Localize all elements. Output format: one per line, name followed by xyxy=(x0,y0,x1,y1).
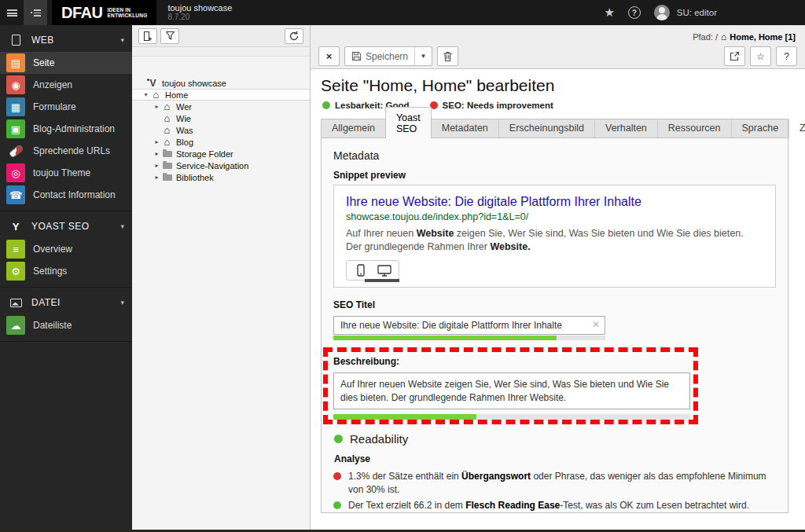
desktop-preview-button[interactable] xyxy=(377,263,392,277)
folder-icon xyxy=(161,161,173,171)
tree-item-bibliothek[interactable]: ▸Bibliothek xyxy=(132,171,310,183)
sidebar: WEB▾▤Seite◉Anzeigen▦Formulare▣Blog-Admin… xyxy=(0,25,132,530)
tree-item-blog[interactable]: ▸⌂Blog xyxy=(132,136,310,148)
tab-zugriff[interactable]: Zugriff xyxy=(789,119,805,138)
seo-status-badge: SEO: Needs improvement xyxy=(430,101,553,110)
close-button[interactable]: × xyxy=(318,46,340,66)
help-icon[interactable]: ? xyxy=(628,6,641,19)
view-page-button[interactable] xyxy=(724,46,745,66)
analysis-text: Der Text erzielt 66.2 in dem Flesch Read… xyxy=(348,499,749,512)
seo-title-label: SEO Titel xyxy=(333,299,776,310)
username[interactable]: SU: editor xyxy=(677,8,717,17)
tree-expander-icon[interactable]: ▾ xyxy=(142,91,150,98)
sidebar-section-label: DATEI xyxy=(31,297,61,308)
bookmark-button[interactable]: ☆ xyxy=(750,46,771,66)
menu-toggle-button[interactable] xyxy=(0,0,24,25)
snippet-title[interactable]: Ihre neue Website: Die digitale Plattfor… xyxy=(346,194,763,210)
tree-item-wer[interactable]: ▸⌂Wer xyxy=(132,101,310,112)
sidebar-item-formulare[interactable]: ▦Formulare xyxy=(0,96,132,118)
brand-logo[interactable]: DFAU IDEEN INENTWICKLUNG xyxy=(52,0,156,25)
yoast-seo-panel: Metadata Snippet preview Ihre neue Websi… xyxy=(321,138,788,513)
clear-input-icon[interactable]: ✕ xyxy=(592,319,600,330)
sidebar-section-web[interactable]: WEB▾ xyxy=(0,28,132,52)
sidebar-item-label: Dateiliste xyxy=(33,320,72,331)
mobile-preview-button[interactable] xyxy=(353,263,369,277)
typo3-logo-icon: V xyxy=(147,78,159,89)
tree-item-toujou-showcase[interactable]: Vtoujou showcase xyxy=(132,77,310,89)
path-value: Home, Home [1] xyxy=(730,32,796,42)
chevron-down-icon: ▾ xyxy=(120,299,124,306)
filter-button[interactable] xyxy=(160,28,179,44)
main-content: Pfad: / ⌂ Home, Home [1] × Speichern ▼ ☆ xyxy=(311,25,805,530)
sidebar-item-anzeigen[interactable]: ◉Anzeigen xyxy=(0,74,132,96)
sidebar-item-dateiliste[interactable]: ☁Dateiliste xyxy=(0,314,132,336)
delete-button[interactable] xyxy=(437,46,458,66)
folder-icon xyxy=(161,149,173,159)
sidebar-item-label: Contact Information xyxy=(33,189,116,200)
new-page-button[interactable] xyxy=(138,28,157,44)
sidebar-section-yoast-seo[interactable]: YYOAST SEO▾ xyxy=(0,215,132,238)
contact-information-module-icon: ☎ xyxy=(6,185,25,204)
tree-item-label: Bibliothek xyxy=(176,173,214,182)
path-label: Pfad: / xyxy=(693,32,718,42)
tree-expander-icon[interactable]: ▸ xyxy=(153,162,161,169)
tab-yoast-seo[interactable]: Yoast SEO xyxy=(385,107,432,138)
save-dropdown-button[interactable]: ▼ xyxy=(414,47,432,65)
tree-item-was[interactable]: ⌂Was xyxy=(132,124,310,136)
tree-expander-icon[interactable]: ▸ xyxy=(153,174,161,181)
tab-verhalten[interactable]: Verhalten xyxy=(595,119,658,138)
analysis-item: 1.3% der Sätze enthält ein Übergangswort… xyxy=(333,470,776,497)
home-icon: ⌂ xyxy=(721,31,726,42)
description-label: Beschreibung: xyxy=(333,356,695,367)
pagetree-toolbar xyxy=(132,25,310,47)
bookmark-star-icon[interactable]: ★ xyxy=(604,6,614,20)
sidebar-item-toujou-theme[interactable]: ◎toujou Theme xyxy=(0,162,132,184)
sidebar-item-blog-administration[interactable]: ▣Blog-Administration xyxy=(0,118,132,140)
sidebar-item-settings[interactable]: ⚙Settings xyxy=(0,260,132,282)
tree-item-home[interactable]: ▾⌂Home xyxy=(132,89,310,101)
save-button[interactable]: Speichern xyxy=(345,51,414,62)
save-label: Speichern xyxy=(366,51,408,62)
tab-sprache[interactable]: Sprache xyxy=(732,119,790,138)
sidebar-item-contact-information[interactable]: ☎Contact Information xyxy=(0,184,132,206)
readability-section-header: Readability xyxy=(334,432,776,446)
new-page-icon xyxy=(142,31,153,42)
sidebar-item-seite[interactable]: ▤Seite xyxy=(0,52,132,74)
tab-allgemein[interactable]: Allgemein xyxy=(322,119,386,138)
seo-title-input[interactable] xyxy=(333,316,605,335)
brand-name: DFAU xyxy=(61,4,102,22)
sidebar-item-label: Anzeigen xyxy=(33,79,72,90)
page-home-icon: ⌂ xyxy=(161,138,173,147)
folder-icon xyxy=(161,173,173,182)
sidebar-item-label: Overview xyxy=(33,244,72,255)
avatar[interactable] xyxy=(654,5,670,20)
tree-expander-icon[interactable]: ▸ xyxy=(153,150,161,157)
page-home-icon: ⌂ xyxy=(150,90,162,100)
pagetree-filter-strip xyxy=(132,47,310,57)
tree-expander-icon[interactable]: ▸ xyxy=(153,103,161,110)
pagetree-toggle-button[interactable] xyxy=(24,0,47,25)
tab-ressourcen[interactable]: Ressourcen xyxy=(658,119,732,138)
refresh-button[interactable] xyxy=(285,28,303,44)
anzeigen-module-icon: ◉ xyxy=(6,75,25,94)
tree-item-wie[interactable]: ⌂Wie xyxy=(132,112,310,124)
sidebar-item-overview[interactable]: ≡Overview xyxy=(0,238,132,260)
hamburger-icon xyxy=(7,9,17,17)
help-button[interactable]: ? xyxy=(776,46,797,66)
tree-item-label: toujou showcase xyxy=(162,79,226,88)
tab-erscheinungsbild[interactable]: Erscheinungsbild xyxy=(499,119,595,138)
tree-expander-icon[interactable]: ▸ xyxy=(153,138,161,145)
device-switcher xyxy=(346,260,399,281)
description-textarea[interactable]: Auf Ihrer neuen Website zeigen Sie, Wer … xyxy=(333,372,690,409)
sidebar-item-sprechende-urls[interactable]: Sprechende URLs xyxy=(0,140,132,162)
tab-metadaten[interactable]: Metadaten xyxy=(432,119,499,138)
sidebar-section-datei[interactable]: DATEI▾ xyxy=(0,291,132,314)
yoast-logo-icon: Y xyxy=(6,221,25,233)
doc-outline-icon xyxy=(6,35,25,46)
save-button-group[interactable]: Speichern ▼ xyxy=(344,46,432,66)
tree-item-service-navigation[interactable]: ▸Service-Navigation xyxy=(132,160,310,171)
tree-item-label: Storage Folder xyxy=(176,149,233,159)
green-dot-icon xyxy=(334,435,343,443)
description-block: Beschreibung: Auf Ihrer neuen Website ze… xyxy=(333,356,695,420)
tree-item-storage-folder[interactable]: ▸Storage Folder xyxy=(132,148,310,160)
